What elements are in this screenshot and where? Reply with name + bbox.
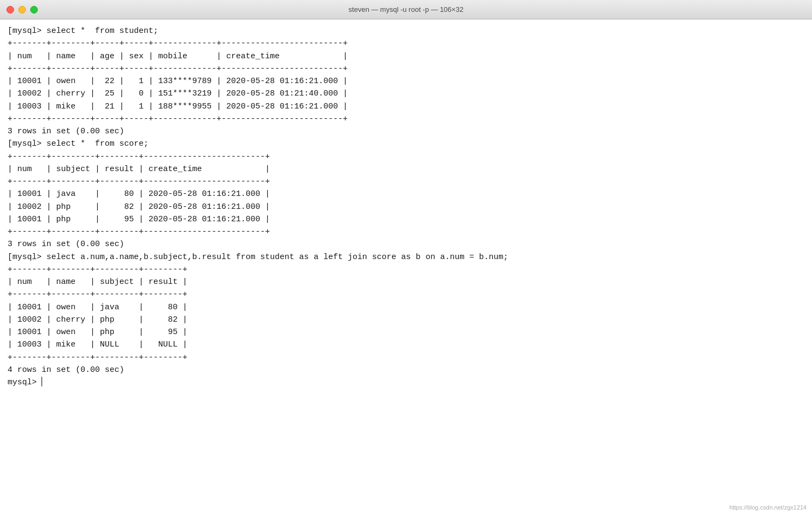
window-title: steven — mysql -u root -p — 106×32 bbox=[349, 5, 464, 13]
terminal-line: 3 rows in set (0.00 sec) bbox=[8, 125, 804, 138]
terminal-content: [mysql> select * from student;+-------+-… bbox=[0, 19, 812, 516]
terminal-line: | 10001 | owen | 22 | 1 | 133****9789 | … bbox=[8, 75, 804, 87]
terminal-line: 3 rows in set (0.00 sec) bbox=[8, 238, 804, 250]
terminal-line: +-------+--------+-----+-----+----------… bbox=[8, 37, 804, 50]
terminal-line: | num | name | subject | result | bbox=[8, 276, 804, 288]
terminal-line: [mysql> select * from student; bbox=[8, 25, 804, 37]
title-bar: steven — mysql -u root -p — 106×32 bbox=[0, 0, 812, 19]
terminal-line: +-------+---------+--------+------------… bbox=[8, 175, 804, 188]
terminal-line: | num | name | age | sex | mobile | crea… bbox=[8, 50, 804, 63]
terminal-line: 4 rows in set (0.00 sec) bbox=[8, 364, 804, 376]
minimize-button[interactable] bbox=[18, 6, 26, 13]
terminal-line: +-------+--------+---------+--------+ bbox=[8, 351, 804, 364]
close-button[interactable] bbox=[6, 6, 14, 13]
terminal-line: | 10002 | php | 82 | 2020-05-28 01:16:21… bbox=[8, 201, 804, 213]
maximize-button[interactable] bbox=[30, 6, 38, 13]
terminal-line: | 10003 | mike | NULL | NULL | bbox=[8, 338, 804, 351]
terminal-line: | num | subject | result | create_time | bbox=[8, 163, 804, 175]
terminal-line: | 10002 | cherry | 25 | 0 | 151****3219 … bbox=[8, 87, 804, 100]
terminal-line: | 10001 | java | 80 | 2020-05-28 01:16:2… bbox=[8, 188, 804, 200]
terminal-line: +-------+--------+-----+-----+----------… bbox=[8, 113, 804, 125]
terminal-line: | 10003 | mike | 21 | 1 | 188****9955 | … bbox=[8, 100, 804, 113]
terminal-line: | 10002 | cherry | php | 82 | bbox=[8, 314, 804, 326]
terminal-line: mysql> ▏ bbox=[8, 376, 804, 389]
terminal-line: | 10001 | owen | java | 80 | bbox=[8, 301, 804, 314]
watermark: https://blog.csdn.net/zgx1214 bbox=[729, 504, 807, 511]
window-controls bbox=[6, 6, 38, 13]
terminal-line: [mysql> select a.num,a.name,b.subject,b.… bbox=[8, 251, 804, 263]
terminal-line: +-------+---------+--------+------------… bbox=[8, 151, 804, 163]
terminal-line: | 10001 | php | 95 | 2020-05-28 01:16:21… bbox=[8, 213, 804, 226]
terminal-line: +-------+--------+---------+--------+ bbox=[8, 288, 804, 301]
terminal-line: +-------+---------+--------+------------… bbox=[8, 226, 804, 238]
terminal-line: +-------+--------+---------+--------+ bbox=[8, 263, 804, 276]
terminal-line: +-------+--------+-----+-----+----------… bbox=[8, 63, 804, 75]
terminal-line: | 10001 | owen | php | 95 | bbox=[8, 326, 804, 338]
terminal-line: [mysql> select * from score; bbox=[8, 138, 804, 150]
